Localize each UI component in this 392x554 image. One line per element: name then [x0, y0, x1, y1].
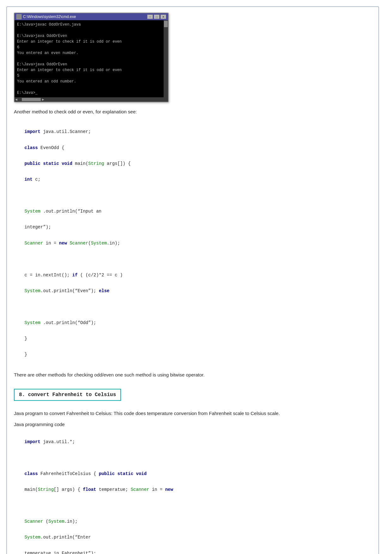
- cmd-minimize-button[interactable]: ─: [147, 15, 153, 19]
- intro-paragraph: Another method to check odd or even, for…: [14, 108, 371, 116]
- code-text: java.util.Scanner;: [40, 129, 91, 134]
- cmd-line: [17, 27, 161, 33]
- code-block-1: import java.util.Scanner; class EvenOdd …: [14, 120, 371, 367]
- cmd-line: Enter an integer to check if it is odd o…: [17, 39, 161, 45]
- code-text: args[]) {: [104, 161, 131, 166]
- keyword-static: static: [43, 161, 59, 166]
- keyword-new2: new: [165, 487, 173, 492]
- code-text: in =: [149, 487, 165, 492]
- code-text: [59, 161, 62, 166]
- code-text: in =: [43, 241, 59, 246]
- keyword-static2: static: [118, 471, 133, 476]
- code-text: .in);: [107, 241, 120, 246]
- keyword-int: int: [25, 177, 33, 182]
- code-text: [115, 471, 117, 476]
- cmd-scroll-thumb: [164, 21, 168, 27]
- keyword-void: void: [62, 161, 72, 166]
- code-block-2: import java.util.*; class FahrenheitToCe…: [14, 430, 371, 554]
- code-text: }: [25, 336, 27, 341]
- cmd-line: Enter an integer to check if it is odd o…: [17, 67, 161, 73]
- cmd-line: 5: [17, 73, 161, 79]
- cmd-body: E:\Java>javac OddOrEven.java E:\Java>jav…: [15, 20, 168, 97]
- type-system: System: [25, 209, 40, 214]
- fahrenheit-paragraph: Java program to convert Fahrenheit to Ce…: [14, 410, 371, 417]
- cmd-app-icon: [16, 14, 21, 19]
- type-system3: System: [25, 288, 40, 293]
- cmd-line: [17, 84, 161, 90]
- code-text: .out.println(“Enter: [40, 535, 91, 540]
- type-string2: String: [38, 487, 54, 492]
- cmd-window: C:\Windows\system32\cmd.exe ─ □ ✕ E:\Jav…: [14, 13, 169, 102]
- code-text: .out.println(“Input an: [40, 209, 101, 214]
- code-text: java.util.*;: [40, 439, 75, 444]
- code-text: ( (c/2)*2 == c ): [78, 273, 123, 278]
- cmd-line: E:\Java>_: [17, 90, 161, 96]
- cmd-line: E:\Java>javac OddOrEven.java: [17, 22, 161, 27]
- code-text: (: [43, 519, 48, 524]
- code-text: }: [25, 352, 27, 357]
- cmd-line: You entered an odd number.: [17, 79, 161, 84]
- cmd-title-text: C:\Windows\system32\cmd.exe: [23, 15, 76, 19]
- type-system2: System: [91, 241, 107, 246]
- code-text: EvenOdd {: [38, 145, 64, 150]
- code-text: main(: [25, 487, 38, 492]
- cmd-restore-button[interactable]: □: [154, 15, 160, 19]
- keyword-import2: import: [25, 439, 40, 444]
- code-text: main(: [72, 161, 88, 166]
- cmd-output: E:\Java>javac OddOrEven.java E:\Java>jav…: [15, 20, 164, 97]
- keyword-class2: class: [25, 471, 38, 476]
- cmd-scroll-left-arrow[interactable]: ◀: [15, 98, 17, 101]
- keyword-float: float: [83, 487, 96, 492]
- cmd-close-button[interactable]: ✕: [160, 15, 166, 19]
- keyword-import: import: [25, 129, 40, 134]
- keyword-if: if: [72, 273, 78, 278]
- cmd-line: E:\Java>java OddOrEven: [17, 33, 161, 39]
- code-text: (: [88, 241, 91, 246]
- code-text: [133, 471, 136, 476]
- cmd-line: [17, 56, 161, 62]
- section-heading-8: 8. convert Fahrenheit to Celsius: [14, 389, 121, 401]
- keyword-new: new: [59, 241, 67, 246]
- keyword-public2: public: [99, 471, 115, 476]
- cmd-titlebar-left: C:\Windows\system32\cmd.exe: [16, 14, 76, 19]
- code-text: FahrenheitToCelsius {: [38, 471, 99, 476]
- code-text: c = in.nextInt();: [25, 273, 72, 278]
- cmd-line: You entered an even number.: [17, 50, 161, 56]
- cmd-h-thumb: [22, 98, 41, 101]
- type-scanner4: Scanner: [25, 519, 43, 524]
- bitwise-paragraph: There are other methods for checking odd…: [14, 371, 371, 379]
- code-text: .out.println(“Even”);: [40, 288, 99, 293]
- cmd-scroll-right-arrow[interactable]: ▶: [42, 98, 44, 101]
- cmd-line: 6: [17, 45, 161, 50]
- cmd-line: E:\Java>java OddOrEven: [17, 62, 161, 67]
- code-text: integer”);: [25, 225, 51, 230]
- code-text: .out.println(“Odd”);: [40, 320, 96, 325]
- type-scanner2: Scanner: [69, 241, 88, 246]
- keyword-class: class: [25, 145, 38, 150]
- cmd-titlebar: C:\Windows\system32\cmd.exe ─ □ ✕: [15, 13, 168, 20]
- type-system6: System: [25, 535, 40, 540]
- code-text: c;: [33, 177, 40, 182]
- cmd-scrollbar-horizontal[interactable]: ◀ ▶: [15, 97, 168, 102]
- type-scanner3: Scanner: [131, 487, 149, 492]
- type-string: String: [88, 161, 104, 166]
- code-text: temperatue;: [96, 487, 130, 492]
- type-scanner: Scanner: [25, 241, 43, 246]
- keyword-void2: void: [136, 471, 147, 476]
- keyword-public: public: [25, 161, 40, 166]
- code-text: [] args) {: [54, 487, 83, 492]
- code-text: .in);: [64, 519, 78, 524]
- code2-label: Java programming code: [14, 422, 371, 427]
- cmd-scrollbar-vertical[interactable]: [164, 20, 168, 97]
- keyword-else: else: [99, 288, 110, 293]
- cmd-controls: ─ □ ✕: [147, 15, 166, 19]
- code-text: temperatue in Fahrenheit”);: [25, 551, 96, 554]
- page-container: C:\Windows\system32\cmd.exe ─ □ ✕ E:\Jav…: [6, 6, 379, 554]
- type-system4: System: [25, 320, 40, 325]
- type-system5: System: [48, 519, 64, 524]
